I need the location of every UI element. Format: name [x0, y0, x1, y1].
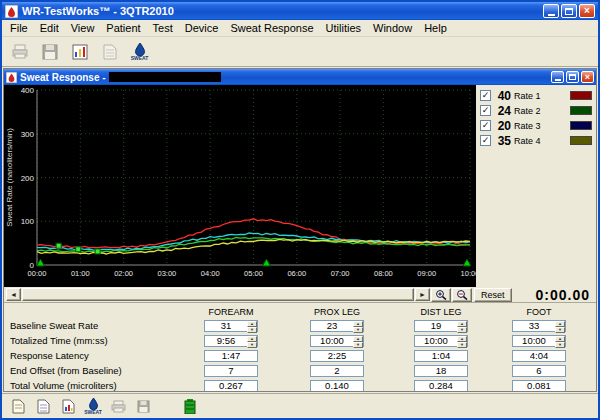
rate-3-checkbox[interactable]: ✓	[480, 120, 491, 131]
menu-patient[interactable]: Patient	[100, 21, 146, 35]
menu-bar: FileEditViewPatientTestDeviceSweat Respo…	[2, 20, 598, 37]
window-title: WR-TestWorks™ - 3QTR2010	[22, 5, 174, 17]
value-field[interactable]: 10:00▲▼	[414, 335, 468, 347]
child-maximize-button[interactable]	[566, 71, 579, 83]
field-value: 2	[334, 365, 339, 376]
menu-sweat-response[interactable]: Sweat Response	[224, 21, 319, 35]
spinner-down[interactable]: ▼	[353, 327, 363, 333]
sweat-test-button[interactable]: SWEAT	[126, 39, 153, 64]
child-close-button[interactable]: ×	[581, 71, 594, 83]
menu-test[interactable]: Test	[147, 21, 179, 35]
floppy-icon	[42, 44, 58, 60]
column-header-forearm: FOREARM	[178, 307, 284, 317]
patient-report-button[interactable]	[57, 396, 79, 417]
legend-row: ✓40Rate 1	[480, 89, 594, 102]
svg-text:06:00: 06:00	[287, 269, 306, 278]
spinner-down[interactable]: ▼	[353, 342, 363, 348]
chart-scrollbar[interactable]	[22, 288, 414, 301]
legend-panel: ✓40Rate 1✓24Rate 2✓20Rate 3✓35Rate 4	[476, 85, 596, 287]
spinner-down[interactable]: ▼	[247, 342, 257, 348]
print-button[interactable]	[6, 39, 33, 64]
field-value: 0.284	[429, 380, 453, 391]
report-page-icon	[62, 399, 75, 414]
menu-help[interactable]: Help	[418, 21, 453, 35]
value-field[interactable]: 2	[310, 365, 364, 377]
value-field[interactable]: 23▲▼	[310, 320, 364, 332]
value-field[interactable]: 0.140	[310, 380, 364, 392]
spinner-down[interactable]: ▼	[457, 342, 467, 348]
menu-file[interactable]: File	[4, 21, 34, 35]
elapsed-timer: 0:00.00	[536, 287, 590, 303]
rate-3-value: 20	[494, 119, 511, 133]
spinner-down[interactable]: ▼	[457, 327, 467, 333]
field-value: 0.081	[527, 380, 551, 391]
row-label: End Offset (from Baseline)	[10, 365, 178, 376]
field-value: 33	[529, 320, 540, 331]
rate-2-label: Rate 2	[514, 106, 541, 116]
chart-plot[interactable]: 010020030040000:0001:0002:0003:0004:0005…	[4, 85, 476, 287]
rate-2-color-swatch	[570, 106, 592, 115]
copy-button[interactable]	[96, 39, 123, 64]
sweat-drop-icon	[88, 398, 99, 410]
child-minimize-button[interactable]	[551, 71, 564, 83]
chart-controls-row: ◄ ► Reset 0:00.00	[4, 287, 596, 302]
spinner-down[interactable]: ▼	[555, 342, 565, 348]
save-button[interactable]	[36, 39, 63, 64]
print-results-button[interactable]	[107, 396, 129, 417]
device-status-button[interactable]	[179, 396, 201, 417]
svg-text:00:00: 00:00	[28, 269, 47, 278]
svg-text:07:00: 07:00	[331, 269, 350, 278]
rate-4-color-swatch	[570, 136, 592, 145]
value-field[interactable]: 0.284	[414, 380, 468, 392]
value-field[interactable]: 19▲▼	[414, 320, 468, 332]
spinner-down[interactable]: ▼	[555, 327, 565, 333]
new-test-button[interactable]	[7, 396, 29, 417]
svg-text:400: 400	[21, 86, 35, 95]
menu-window[interactable]: Window	[367, 21, 418, 35]
value-field[interactable]: 1:47	[204, 350, 258, 362]
scrollbar-left-arrow[interactable]: ◄	[6, 288, 21, 301]
value-field[interactable]: 0.081	[512, 380, 566, 392]
close-button[interactable]: ×	[579, 4, 595, 18]
value-field[interactable]: 33▲▼	[512, 320, 566, 332]
maximize-button[interactable]	[561, 4, 577, 18]
spinner-down[interactable]: ▼	[247, 327, 257, 333]
value-field[interactable]: 18	[414, 365, 468, 377]
value-field[interactable]: 9:56▲▼	[204, 335, 258, 347]
magnifier-minus-icon	[456, 289, 469, 300]
printer-icon	[111, 400, 126, 413]
value-field[interactable]: 31▲▼	[204, 320, 258, 332]
sweat-mode-button[interactable]: SWEAT	[82, 396, 104, 417]
svg-text:05:00: 05:00	[244, 269, 263, 278]
value-field[interactable]: 7	[204, 365, 258, 377]
scrollbar-right-arrow[interactable]: ►	[415, 288, 430, 301]
open-test-button[interactable]	[32, 396, 54, 417]
value-field[interactable]: 1:04	[414, 350, 468, 362]
rate-4-checkbox[interactable]: ✓	[480, 135, 491, 146]
value-field[interactable]: 2:25	[310, 350, 364, 362]
field-value: 1:47	[222, 350, 241, 361]
minimize-button[interactable]	[543, 4, 559, 18]
zoom-in-button[interactable]	[431, 288, 451, 302]
value-field[interactable]: 6	[512, 365, 566, 377]
rate-1-checkbox[interactable]: ✓	[480, 90, 491, 101]
value-field[interactable]: 0.267	[204, 380, 258, 392]
value-field[interactable]: 10:00▲▼	[512, 335, 566, 347]
value-field[interactable]: 4:04	[512, 350, 566, 362]
field-value: 1:04	[432, 350, 451, 361]
app-icon	[5, 5, 18, 18]
menu-edit[interactable]: Edit	[34, 21, 65, 35]
report-button[interactable]	[66, 39, 93, 64]
zoom-out-button[interactable]	[452, 288, 472, 302]
scrollbar-thumb[interactable]	[22, 288, 414, 301]
menu-device[interactable]: Device	[179, 21, 225, 35]
rate-2-checkbox[interactable]: ✓	[480, 105, 491, 116]
table-row: Baseline Sweat Rate31▲▼23▲▼19▲▼33▲▼	[10, 318, 590, 333]
value-field[interactable]: 10:00▲▼	[310, 335, 364, 347]
reset-button[interactable]: Reset	[474, 288, 512, 302]
device-battery-icon	[184, 399, 196, 414]
menu-view[interactable]: View	[65, 21, 101, 35]
menu-utilities[interactable]: Utilities	[320, 21, 367, 35]
svg-text:10:00: 10:00	[461, 269, 476, 278]
save-results-button[interactable]	[132, 396, 154, 417]
